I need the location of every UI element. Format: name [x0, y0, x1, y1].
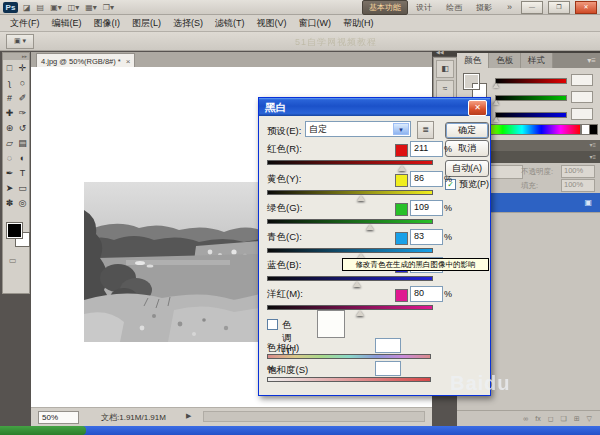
zoom-level-icon[interactable]: ◫▾	[68, 2, 80, 13]
close-button[interactable]: ✕	[575, 1, 597, 14]
tab-close-icon[interactable]: ×	[126, 55, 131, 68]
arrange-documents-icon[interactable]: ▦▾	[85, 2, 97, 13]
menu-item-1[interactable]: 编辑(E)	[46, 15, 88, 32]
tool-move-icon[interactable]: ✛	[16, 61, 29, 76]
color-slider-B[interactable]	[495, 112, 567, 118]
channel-slider-yellow[interactable]	[267, 190, 433, 195]
panel-foreground-swatch[interactable]	[464, 74, 479, 89]
foreground-color-swatch[interactable]	[7, 223, 22, 238]
color-value-field-G[interactable]	[571, 91, 593, 103]
dialog-titlebar[interactable]: 黑白	[259, 98, 490, 116]
view-extras-icon[interactable]: ▣▾	[50, 2, 62, 13]
slider-handle-icon[interactable]	[356, 310, 364, 316]
saturation-field[interactable]	[375, 361, 401, 376]
slider-handle-icon[interactable]	[366, 224, 374, 230]
preset-options-button[interactable]: ≣	[417, 121, 434, 139]
toolbar-collapse-icon[interactable]: ▸▸	[3, 53, 29, 60]
menu-item-7[interactable]: 窗口(W)	[293, 15, 338, 32]
menu-item-6[interactable]: 视图(V)	[251, 15, 293, 32]
channel-color-swatch-red[interactable]	[395, 144, 408, 157]
channel-slider-magenta[interactable]	[267, 305, 433, 310]
hue-field[interactable]	[375, 338, 401, 353]
tool-lasso-icon[interactable]: ʅ	[3, 76, 16, 91]
collapsed-panel-icon-1[interactable]: ≈	[436, 80, 454, 98]
menu-item-2[interactable]: 图像(I)	[88, 15, 127, 32]
layers-footer-icon-4[interactable]: ⊞	[574, 415, 580, 423]
hue-ramp[interactable]	[267, 354, 431, 359]
status-menu-arrow[interactable]: ▶	[186, 412, 191, 420]
mini-bridge-icon[interactable]: ▤	[37, 2, 45, 13]
tool-preset-picker[interactable]: ▣ ▾	[6, 34, 34, 49]
tool-crop-icon[interactable]: #	[3, 91, 16, 106]
status-scrollbar[interactable]	[203, 411, 425, 422]
layers-footer-icon-3[interactable]: ❏	[560, 415, 566, 423]
workspace-button-1[interactable]: 设计	[410, 1, 438, 14]
slider-handle-icon[interactable]	[493, 117, 499, 122]
panel-tab-0[interactable]: 颜色	[457, 53, 489, 68]
workspace-button-3[interactable]: 摄影	[470, 1, 498, 14]
tool-spot-healing-icon[interactable]: ✚	[3, 106, 16, 121]
workspace-button-0[interactable]: 基本功能	[362, 0, 408, 15]
color-value-field-B[interactable]	[571, 108, 593, 120]
slider-handle-icon[interactable]	[353, 281, 361, 287]
tool-dodge-icon[interactable]: ◐	[16, 151, 29, 166]
channel-slider-red[interactable]	[267, 160, 433, 165]
panel-tab-1[interactable]: 色板	[489, 53, 521, 68]
tool-hand-icon[interactable]: ✽	[3, 196, 16, 211]
channel-value-field-magenta[interactable]: 80	[410, 286, 443, 302]
restore-button[interactable]: ❐	[548, 1, 570, 14]
channel-value-field-yellow[interactable]: 86	[410, 171, 443, 187]
layers-footer-icon-5[interactable]: ▽	[587, 415, 592, 423]
channel-value-field-green[interactable]: 109	[410, 200, 443, 216]
menu-item-8[interactable]: 帮助(H)	[337, 15, 380, 32]
channel-slider-green[interactable]	[267, 219, 433, 224]
tool-shape-icon[interactable]: ▭	[16, 181, 29, 196]
minimize-button[interactable]: —	[521, 1, 543, 14]
workspace-button-2[interactable]: 绘画	[440, 1, 468, 14]
tool-gradient-icon[interactable]: ▤	[16, 136, 29, 151]
spectrum-black-swatch[interactable]	[589, 124, 598, 135]
preset-select[interactable]: 自定 ▼	[305, 121, 411, 137]
combo-arrow-icon[interactable]: ▼	[393, 123, 409, 135]
tool-rect-marquee-icon[interactable]: □	[3, 61, 16, 76]
layers-footer-icon-0[interactable]: ∞	[523, 415, 528, 422]
fill-field[interactable]: 100%	[561, 179, 595, 192]
panel-menu-icon[interactable]: ▾≡	[587, 53, 600, 68]
panel-tab-2[interactable]: 样式	[521, 53, 553, 68]
slider-handle-icon[interactable]	[493, 100, 499, 105]
tool-clone-stamp-icon[interactable]: ⊛	[3, 121, 16, 136]
tool-history-brush-icon[interactable]: ↺	[16, 121, 29, 136]
document-tab[interactable]: 4.jpg @ 50%(RGB/8#) * ×	[36, 53, 135, 68]
tool-type-icon[interactable]: T	[16, 166, 29, 181]
ok-button[interactable]: 确定	[445, 122, 489, 139]
color-slider-R[interactable]	[495, 78, 567, 84]
menu-item-4[interactable]: 选择(S)	[167, 15, 209, 32]
channel-value-field-red[interactable]: 211	[410, 141, 443, 157]
screen-mode-icon[interactable]: ❒▾	[103, 2, 114, 13]
opacity-field[interactable]: 100%	[561, 165, 595, 178]
bridge-icon[interactable]: ◪	[23, 2, 31, 13]
quick-mask-icon[interactable]: ▭	[9, 256, 17, 265]
zoom-level-field[interactable]: 50%	[38, 411, 79, 424]
channel-color-swatch-yellow[interactable]	[395, 174, 408, 187]
slider-handle-icon[interactable]	[493, 83, 499, 88]
channel-value-field-cyan[interactable]: 83	[410, 229, 443, 245]
tint-checkbox[interactable]	[267, 319, 278, 330]
collapsed-panel-icon-0[interactable]: ◧	[436, 60, 454, 78]
tool-quick-selection-icon[interactable]: ○	[16, 76, 29, 91]
channel-slider-cyan[interactable]	[267, 248, 433, 253]
tool-eyedropper-icon[interactable]: ✐	[16, 91, 29, 106]
channel-color-swatch-cyan[interactable]	[395, 232, 408, 245]
slider-handle-icon[interactable]	[357, 195, 365, 201]
tool-pen-icon[interactable]: ✒	[3, 166, 16, 181]
start-button[interactable]	[0, 426, 86, 435]
channel-slider-blue[interactable]	[267, 276, 433, 281]
tool-eraser-icon[interactable]: ▱	[3, 136, 16, 151]
color-slider-G[interactable]	[495, 95, 567, 101]
tool-zoom-icon[interactable]: ◎	[16, 196, 29, 211]
saturation-ramp[interactable]	[267, 377, 431, 382]
slider-handle-icon[interactable]	[398, 165, 406, 171]
dialog-close-button[interactable]: ✕	[468, 100, 487, 116]
layers-footer-icon-2[interactable]: ◻	[548, 415, 554, 423]
menu-item-5[interactable]: 滤镜(T)	[209, 15, 251, 32]
